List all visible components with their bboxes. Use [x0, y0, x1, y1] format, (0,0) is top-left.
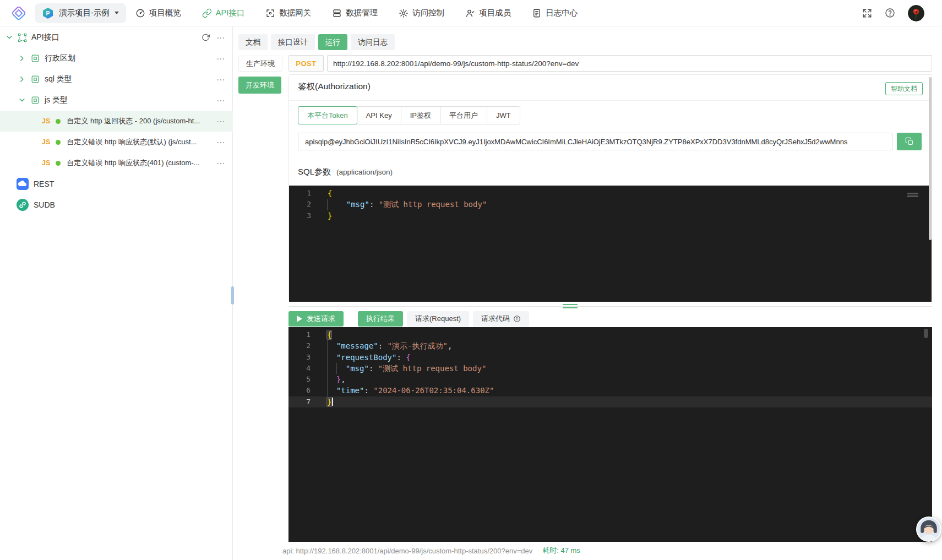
chevron-down-icon[interactable]	[6, 34, 13, 41]
code-line: 1 {	[288, 329, 932, 340]
tab-access-log[interactable]: 访问日志	[351, 34, 395, 50]
send-request-button[interactable]: 发送请求	[288, 311, 344, 327]
menu-item-project-overview[interactable]: 项目概览	[135, 8, 181, 18]
status-elapsed-time: 耗时: 47 ms	[542, 546, 580, 556]
editor-scrollbar[interactable]	[907, 193, 918, 194]
js-tag: JS	[42, 138, 50, 146]
code-line: 2 "message": "演示-执行成功",	[288, 340, 932, 351]
project-selector[interactable]: P 演示项目-示例	[35, 3, 126, 23]
api-group-icon	[31, 75, 40, 84]
panel-scrollbar[interactable]	[929, 77, 932, 240]
result-tab-execution[interactable]: 执行结果	[358, 311, 403, 327]
result-tab-label: 请求代码	[481, 314, 510, 324]
result-tab-label: 请求(Request)	[415, 314, 461, 324]
source-label: SUDB	[34, 200, 55, 209]
tab-label: 运行	[325, 37, 340, 47]
help-doc-label: 帮助文档	[891, 84, 917, 94]
sidebar: API接口 ⋯ 行政区划 ⋯	[0, 26, 233, 560]
assistant-avatar[interactable]	[916, 516, 941, 542]
auth-tab-label: JWT	[496, 111, 511, 119]
auth-tab-label: 本平台Token	[307, 111, 348, 121]
request-url-input[interactable]	[327, 55, 932, 72]
auth-tab-jwt[interactable]: JWT	[487, 106, 520, 124]
env-production-button[interactable]: 生产环境	[238, 56, 282, 72]
more-icon[interactable]: ⋯	[216, 75, 225, 84]
editor-scrollbar[interactable]	[924, 329, 928, 338]
gear-icon	[399, 8, 409, 18]
avatar-poppy-icon	[908, 5, 924, 21]
sidebar-root-api[interactable]: API接口 ⋯	[0, 27, 233, 48]
menu-item-access-control[interactable]: 访问控制	[399, 8, 444, 18]
line-number: 3	[288, 352, 311, 363]
menu-item-api[interactable]: API接口	[202, 8, 244, 18]
page-tabs: 文档 接口设计 运行 访问日志	[238, 34, 395, 50]
token-input[interactable]	[298, 133, 892, 150]
tab-label: 文档	[246, 37, 260, 47]
group-label: js 类型	[45, 95, 68, 105]
params-code-editor[interactable]: 1 { 2 "msg": "测试 http request body" 3 }	[289, 186, 932, 302]
env-development-button[interactable]: 开发环境	[238, 77, 281, 94]
code-line: 2 "msg": "测试 http request body"	[289, 199, 932, 210]
sidebar-item-rest[interactable]: REST	[0, 173, 233, 194]
menu-item-data-management[interactable]: 数据管理	[332, 8, 378, 18]
more-icon[interactable]: ⋯	[216, 96, 225, 105]
more-icon[interactable]: ⋯	[216, 117, 225, 126]
sidebar-resize-handle[interactable]	[231, 286, 234, 305]
api-collection-icon	[18, 33, 27, 42]
refresh-button[interactable]	[202, 34, 210, 42]
menu-item-log-center[interactable]: 日志中心	[532, 8, 578, 18]
sidebar-group-admin-region[interactable]: 行政区划 ⋯	[0, 48, 233, 69]
info-icon	[513, 315, 521, 323]
more-icon[interactable]: ⋯	[216, 159, 225, 167]
menu-item-project-members[interactable]: 项目成员	[465, 8, 511, 18]
menu-label: 项目概览	[149, 8, 181, 18]
auth-tab-platform-user[interactable]: 平台用户	[440, 106, 487, 124]
menu-item-data-gateway[interactable]: 数据网关	[265, 8, 311, 18]
chevron-right-icon[interactable]	[18, 55, 26, 62]
chevron-down-icon[interactable]	[18, 96, 26, 104]
app-logo[interactable]	[10, 4, 28, 22]
result-code-editor[interactable]: 1 { 2 "message": "演示-执行成功", 3 "requestBo…	[288, 327, 932, 542]
members-icon	[465, 8, 475, 18]
sidebar-item-sudb[interactable]: SUDB	[0, 194, 233, 215]
api-group-icon	[31, 96, 40, 105]
editor-scrollbar[interactable]	[907, 195, 918, 197]
auth-tab-label: API Key	[366, 111, 392, 119]
sidebar-root-label: API接口	[31, 32, 59, 42]
database-icon	[332, 8, 342, 18]
chevron-right-icon[interactable]	[18, 75, 26, 83]
more-icon[interactable]: ⋯	[216, 55, 225, 63]
result-tab-request-code[interactable]: 请求代码	[473, 311, 529, 327]
code-line: 1 {	[289, 188, 932, 199]
http-method-badge[interactable]: POST	[288, 55, 324, 72]
panel-divider	[288, 306, 932, 307]
tab-run[interactable]: 运行	[318, 34, 347, 50]
menu-label: 项目成员	[479, 8, 511, 18]
auth-tab-api-key[interactable]: API Key	[357, 106, 401, 124]
tab-api-design[interactable]: 接口设计	[271, 34, 315, 50]
copy-token-button[interactable]	[897, 133, 922, 150]
more-icon[interactable]: ⋯	[216, 138, 225, 146]
sidebar-group-sql-type[interactable]: sql 类型 ⋯	[0, 69, 233, 90]
api-item-custom-error-default[interactable]: JS 自定义错误 http 响应状态(默认) (js/cust... ⋯	[0, 132, 233, 153]
env-label: 生产环境	[246, 59, 275, 69]
api-item-custom-http-status-200[interactable]: JS 自定义 http 返回状态 - 200 (js/custom-ht... …	[0, 111, 233, 132]
help-doc-button[interactable]: 帮助文档	[885, 82, 923, 95]
code-line: 6 "time": "2024-06-26T02:35:04.630Z"	[288, 385, 932, 396]
auth-tab-ip[interactable]: IP鉴权	[401, 106, 440, 124]
sql-params-heading: SQL参数 (application/json)	[298, 167, 393, 177]
tab-docs[interactable]: 文档	[238, 34, 268, 50]
auth-tab-platform-token[interactable]: 本平台Token	[298, 106, 357, 124]
api-item-custom-error-401[interactable]: JS 自定义错误 http 响应状态(401) (custom-... ⋯	[0, 153, 233, 173]
more-icon[interactable]: ⋯	[216, 34, 225, 42]
code-line: 3 "requestBody": {	[288, 352, 932, 363]
fullscreen-button[interactable]	[862, 8, 872, 18]
help-button[interactable]	[885, 8, 895, 18]
sidebar-group-js-type[interactable]: js 类型 ⋯	[0, 90, 233, 111]
panel-drag-handle[interactable]	[563, 304, 578, 308]
chevron-down-icon	[115, 12, 119, 14]
user-avatar[interactable]	[908, 5, 924, 21]
js-tag: JS	[42, 159, 50, 167]
result-tab-request[interactable]: 请求(Request)	[407, 311, 469, 327]
cartoon-avatar-icon	[917, 518, 940, 541]
